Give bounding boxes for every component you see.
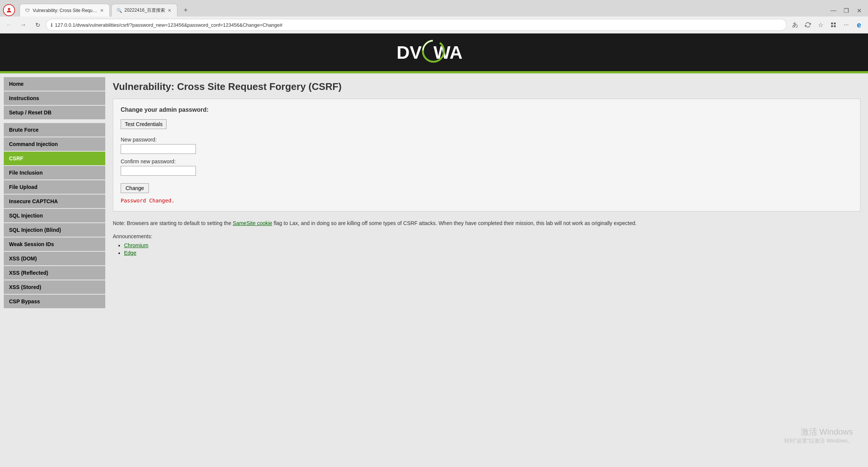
note-text-after: flag to Lax, and in doing so are killing… [272,220,636,226]
tab-2-title: 20222416_百度搜索 [124,7,165,14]
page-content: DV WA Home Instructions Setup / Reset DB… [0,33,868,313]
announcements-list: Chromium Edge [113,242,860,256]
back-button[interactable]: ← [3,19,15,31]
sidebar-item-xss-dom[interactable]: XSS (DOM) [4,252,105,265]
svg-rect-3 [831,25,833,27]
security-icon: ℹ [51,22,53,28]
browser-chrome: 🛡 Vulnerability: Cross Site Request F ✕ … [0,0,868,33]
svg-rect-4 [834,25,836,27]
profile-button[interactable] [3,4,15,16]
svg-text:WA: WA [433,43,462,62]
note-text-before: Note: Browsers are starting to default t… [113,220,233,226]
announcement-item-chromium: Chromium [124,242,860,248]
refresh-button[interactable]: ↻ [32,19,44,31]
new-tab-button[interactable]: + [180,5,191,15]
sidebar-item-home[interactable]: Home [4,77,105,91]
address-bar: ← → ↻ ℹ 127.0.0.1/dvwa/vulnerabilities/c… [0,17,868,33]
minimize-button[interactable]: — [827,5,839,17]
samesite-cookie-link[interactable]: SameSite cookie [233,220,272,226]
dvwa-logo: DV WA [393,39,476,65]
dvwa-header: DV WA [0,33,868,71]
confirm-password-label: Confirm new password: [121,158,853,164]
toolbar-icons: あ ☆ ··· e [789,19,865,31]
url-bar[interactable]: ℹ 127.0.0.1/dvwa/vulnerabilities/csrf/?p… [46,19,787,31]
new-password-label: New password: [121,137,853,143]
svg-point-0 [8,8,10,10]
svg-rect-2 [834,23,836,24]
tab-1-favicon: 🛡 [24,8,30,14]
favorites-icon[interactable] [827,19,839,31]
password-changed-message: Password Changed. [121,198,853,204]
more-options-icon[interactable]: ··· [840,19,852,31]
main-layout: Home Instructions Setup / Reset DB Brute… [0,73,868,313]
tab-2-favicon: 🔍 [116,8,122,14]
change-button[interactable]: Change [121,183,149,193]
sidebar-item-insecure-captcha[interactable]: Insecure CAPTCHA [4,195,105,208]
announcements-section: Announcements: Chromium Edge [113,233,860,256]
url-text: 127.0.0.1/dvwa/vulnerabilities/csrf/?pas… [55,22,782,28]
forward-button[interactable]: → [17,19,29,31]
maximize-button[interactable]: ❐ [840,5,852,17]
window-controls: — ❐ ✕ [827,5,865,17]
new-password-input[interactable] [121,144,196,154]
confirm-password-group: Confirm new password: [121,158,853,176]
sidebar-item-sql-injection[interactable]: SQL Injection [4,209,105,222]
sidebar-item-xss-reflected[interactable]: XSS (Reflected) [4,266,105,280]
page-title: Vulnerability: Cross Site Request Forger… [113,81,860,93]
translate-icon[interactable]: あ [789,19,801,31]
sidebar-item-command-injection[interactable]: Command Injection [4,137,105,151]
sidebar-item-instructions[interactable]: Instructions [4,91,105,105]
edge-link[interactable]: Edge [124,250,136,256]
tab-2-close[interactable]: ✕ [167,8,173,14]
test-credentials-button[interactable]: Test Credentials [121,119,167,129]
tab-1[interactable]: 🛡 Vulnerability: Cross Site Request F ✕ [20,4,110,17]
sidebar: Home Instructions Setup / Reset DB Brute… [0,73,109,313]
favorites-star-icon[interactable]: ☆ [815,19,827,31]
tab-1-title: Vulnerability: Cross Site Request F [33,8,97,13]
confirm-password-input[interactable] [121,166,196,176]
content-box: Change your admin password: Test Credent… [113,99,860,211]
section-title: Change your admin password: [121,106,853,113]
tab-1-close[interactable]: ✕ [99,8,105,14]
sidebar-item-file-upload[interactable]: File Upload [4,180,105,194]
sidebar-divider [4,120,105,123]
tab-bar: 🛡 Vulnerability: Cross Site Request F ✕ … [0,0,868,17]
announcement-item-edge: Edge [124,250,860,256]
refresh-icon[interactable] [802,19,814,31]
tab-2[interactable]: 🔍 20222416_百度搜索 ✕ [111,4,177,17]
announcements-title: Announcements: [113,233,860,239]
sidebar-item-file-inclusion[interactable]: File Inclusion [4,166,105,179]
note-text: Note: Browsers are starting to default t… [113,219,860,227]
new-password-group: New password: [121,137,853,154]
sidebar-item-csrf[interactable]: CSRF [4,152,105,165]
close-button[interactable]: ✕ [853,5,865,17]
content-area: Vulnerability: Cross Site Request Forger… [109,73,868,313]
sidebar-item-setup-reset[interactable]: Setup / Reset DB [4,106,105,119]
sidebar-item-csp-bypass[interactable]: CSP Bypass [4,295,105,308]
sidebar-item-weak-session-ids[interactable]: Weak Session IDs [4,237,105,251]
sidebar-item-sql-injection-blind[interactable]: SQL Injection (Blind) [4,223,105,237]
chromium-link[interactable]: Chromium [124,242,148,248]
edge-icon: e [853,19,865,31]
svg-text:DV: DV [397,43,422,62]
sidebar-item-xss-stored[interactable]: XSS (Stored) [4,280,105,294]
sidebar-item-brute-force[interactable]: Brute Force [4,123,105,137]
svg-rect-1 [831,23,833,24]
